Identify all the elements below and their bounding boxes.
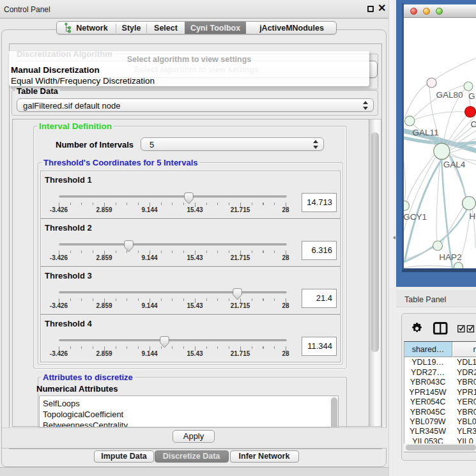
svg-text:HAP2: HAP2 [439,252,461,262]
svg-text:C: C [471,119,476,129]
svg-text:GAL11: GAL11 [412,128,438,137]
svg-text:H: H [470,211,476,221]
svg-text:GAL80: GAL80 [436,90,463,100]
svg-text:GAL4: GAL4 [443,160,466,169]
svg-text:GCY1: GCY1 [404,212,427,222]
svg-text:G...: G... [468,91,476,101]
